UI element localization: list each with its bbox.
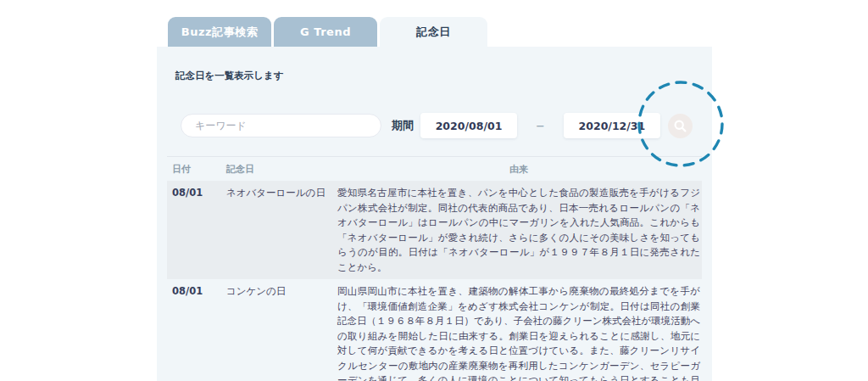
row-anniversary-name: ネオバターロールの日 xyxy=(226,186,337,275)
row-origin-text: 岡山県岡山市に本社を置き、建築物の解体工事から廃棄物の最終処分までを手がけ、「環… xyxy=(337,284,700,381)
panel-description: 記念日を一覧表示します xyxy=(157,47,712,83)
table-row: 08/01 ネオバターロールの日 愛知県名古屋市に本社を置き、パンを中心とした食… xyxy=(167,181,702,279)
header-origin: 由来 xyxy=(337,163,700,176)
anniversary-panel: 記念日を一覧表示します 期間 − 日付 記念日 由来 08/01 ネオバターロー… xyxy=(157,47,712,381)
search-controls: 期間 − xyxy=(181,113,712,138)
date-from-input[interactable] xyxy=(420,113,517,138)
row-anniversary-name: コンケンの日 xyxy=(226,284,337,381)
row-origin-text: 愛知県名古屋市に本社を置き、パンを中心とした食品の製造販売を手がけるフジパン株式… xyxy=(337,186,700,275)
date-to-input[interactable] xyxy=(564,113,660,138)
magnifier-icon xyxy=(673,119,687,133)
row-date: 08/01 xyxy=(172,284,226,381)
tab-buzz-article-search[interactable]: Buzz記事検索 xyxy=(168,17,271,47)
table-header: 日付 記念日 由来 xyxy=(167,156,702,181)
tab-bar: Buzz記事検索 G Trend 記念日 xyxy=(168,17,487,47)
date-range-separator: − xyxy=(536,120,545,132)
header-anniversary: 記念日 xyxy=(226,163,337,176)
keyword-input[interactable] xyxy=(181,114,381,137)
header-date: 日付 xyxy=(172,163,226,176)
tab-anniversary[interactable]: 記念日 xyxy=(380,17,487,47)
tab-g-trend[interactable]: G Trend xyxy=(274,17,377,47)
search-button[interactable] xyxy=(668,114,693,138)
row-date: 08/01 xyxy=(172,186,226,275)
period-label: 期間 xyxy=(392,118,414,133)
table-row: 08/01 コンケンの日 岡山県岡山市に本社を置き、建築物の解体工事から廃棄物の… xyxy=(167,279,702,381)
